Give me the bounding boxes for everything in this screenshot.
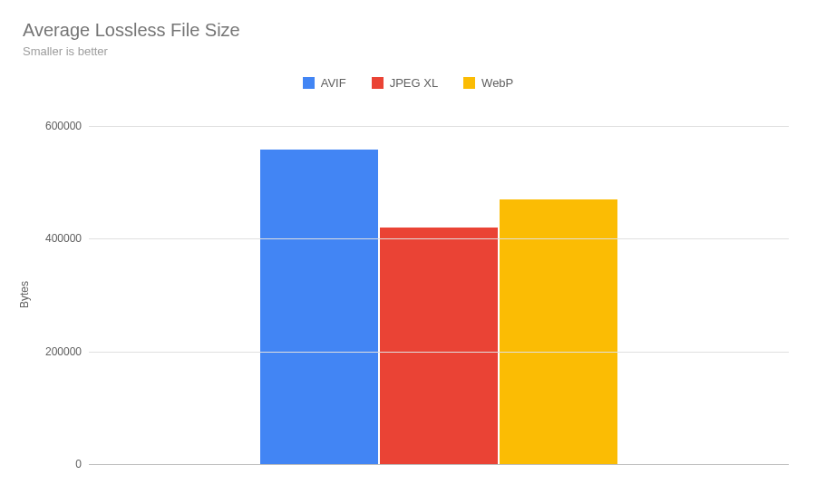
y-tick-label: 200000 (45, 345, 82, 358)
y-tick-label: 0 (75, 458, 82, 470)
legend-swatch-webp (463, 77, 475, 89)
plot-grid: 0200000400000600000 (89, 109, 789, 464)
legend-item-webp: WebP (463, 76, 513, 90)
bar-jpeg-xl (380, 228, 498, 464)
plot-area: Bytes 0200000400000600000 (36, 109, 798, 480)
legend: AVIF JPEG XL WebP (23, 76, 793, 90)
legend-swatch-jpegxl (372, 77, 384, 89)
gridline (89, 126, 789, 127)
legend-item-avif: AVIF (303, 76, 346, 90)
legend-label: AVIF (321, 76, 346, 90)
bar-avif (260, 150, 378, 464)
gridline (89, 352, 789, 353)
gridline (89, 238, 789, 239)
legend-item-jpegxl: JPEG XL (372, 76, 438, 90)
legend-swatch-avif (303, 77, 315, 89)
y-tick-label: 400000 (45, 232, 82, 245)
bars-group (89, 109, 789, 464)
y-axis-label: Bytes (18, 281, 31, 308)
chart-title: Average Lossless File Size (23, 20, 793, 41)
y-tick-label: 600000 (45, 120, 82, 132)
legend-label: JPEG XL (390, 76, 438, 90)
legend-label: WebP (481, 76, 513, 90)
gridline (89, 464, 789, 465)
chart: Average Lossless File Size Smaller is be… (23, 20, 793, 90)
chart-subtitle: Smaller is better (23, 44, 793, 58)
